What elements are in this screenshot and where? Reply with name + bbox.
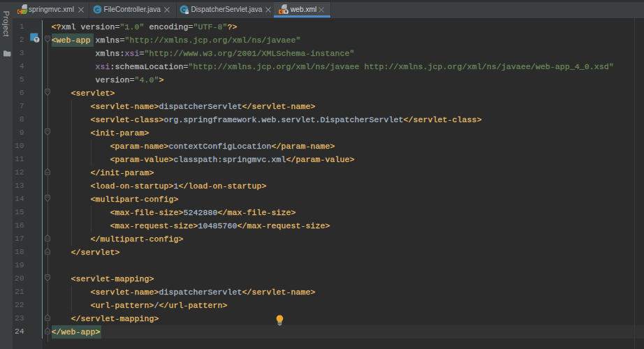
svg-text:C: C bbox=[95, 6, 100, 13]
